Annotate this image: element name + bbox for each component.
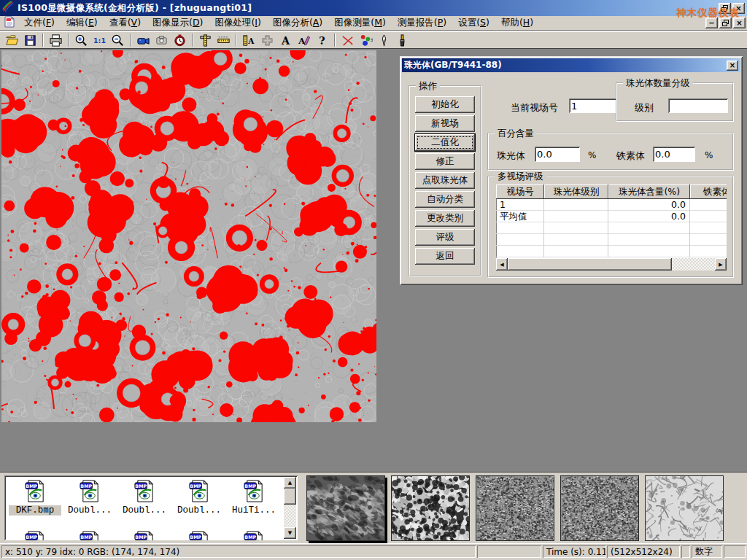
rating-table-header: 视场号珠光体级别珠光体含量(%)铁素体含量(%)	[496, 184, 727, 199]
menu-编辑e[interactable]: 编辑(E)	[61, 15, 104, 31]
scrollbar-track[interactable]	[672, 258, 715, 271]
scroll-right-button[interactable]: ▶	[715, 258, 727, 271]
timer-clock-button[interactable]	[171, 32, 189, 48]
op-button-自动分类[interactable]: 自动分类	[415, 191, 475, 208]
pen-tool-button[interactable]	[375, 32, 393, 48]
table-row[interactable]: 平均值0.0	[496, 211, 727, 222]
current-field-input[interactable]	[569, 98, 617, 113]
snapshot-camera-button[interactable]	[152, 32, 171, 48]
svg-text:BMP: BMP	[244, 534, 256, 540]
file-item-HuiTi[interactable]: BMPHuiTi...	[228, 480, 280, 516]
text-annotation-button[interactable]: A	[276, 32, 295, 48]
op-button-返回[interactable]: 返回	[415, 248, 475, 265]
class-balls-button[interactable]: 3	[357, 32, 375, 48]
thumbnail-4[interactable]	[560, 475, 639, 541]
menu-图像测量m[interactable]: 图像测量(M)	[328, 15, 392, 31]
mdi-restore-button[interactable]	[719, 18, 732, 28]
scroll-left-button[interactable]: ◀	[496, 258, 508, 271]
thumbnail-5[interactable]	[645, 475, 724, 541]
menu-测量报告p[interactable]: 测量报告(P)	[392, 15, 452, 31]
thumbnail-1[interactable]	[306, 475, 385, 541]
brush-tool-button[interactable]	[393, 32, 411, 48]
rating-table[interactable]: 视场号珠光体级别珠光体含量(%)铁素体含量(%) 10.0平均值0.0 ◀ ▶	[496, 184, 727, 271]
file-item-partial[interactable]: BMP	[63, 531, 116, 540]
file-name: Doubl...	[173, 505, 225, 516]
op-button-更改类别[interactable]: 更改类别	[415, 210, 475, 227]
column-header[interactable]: 铁素体含量(%)	[690, 184, 727, 199]
file-item-partial[interactable]: BMP	[9, 531, 61, 540]
one-to-one-button[interactable]: 1:1	[90, 32, 109, 48]
menu-图像分析a[interactable]: 图像分析(A)	[267, 15, 328, 31]
column-header[interactable]: 珠光体含量(%)	[608, 184, 690, 199]
main-image-canvas[interactable]	[1, 50, 376, 422]
op-button-新视场[interactable]: 新视场	[415, 115, 475, 132]
file-item-partial[interactable]: BMP	[173, 531, 225, 540]
rating-table-body: 10.0平均值0.0	[496, 199, 727, 257]
svg-text:BMP: BMP	[80, 534, 92, 540]
save-button[interactable]	[21, 32, 39, 48]
zoom-out-icon	[111, 34, 125, 47]
zoom-in-icon	[74, 34, 88, 47]
table-cell	[690, 246, 727, 257]
op-button-二值化[interactable]: 二值化	[415, 134, 475, 151]
pearlite-percent-input[interactable]	[535, 147, 580, 162]
thumbnail-3[interactable]	[476, 475, 554, 541]
table-cell	[608, 222, 690, 234]
scrollbar-thumb[interactable]	[508, 258, 672, 271]
table-row[interactable]	[496, 234, 727, 246]
help-button[interactable]: ?	[313, 32, 331, 48]
file-list[interactable]: ▲ ▼ BMPDKF.bmpBMPDoubl...BMPDoubl...BMPD…	[4, 475, 298, 540]
menu-图像显示d[interactable]: 图像显示(D)	[147, 15, 209, 31]
svg-text:A: A	[298, 36, 305, 46]
menu-查看v[interactable]: 查看(V)	[104, 15, 147, 31]
file-item-Doubl[interactable]: BMPDoubl...	[63, 480, 116, 516]
ferrite-percent-input[interactable]	[653, 147, 695, 162]
measure-label-button[interactable]: A	[240, 32, 258, 48]
column-header[interactable]: 视场号	[496, 184, 544, 199]
grid-cross-button[interactable]	[258, 32, 276, 48]
file-item-partial[interactable]: BMP	[228, 531, 280, 540]
column-header[interactable]: 珠光体级别	[544, 184, 608, 199]
scroll-down-button[interactable]: ▼	[284, 527, 296, 539]
menu-图像处理i[interactable]: 图像处理(I)	[209, 15, 266, 31]
file-item-Doubl[interactable]: BMPDoubl...	[118, 480, 171, 516]
op-button-修正[interactable]: 修正	[415, 153, 475, 170]
window-close-button[interactable]: ×	[732, 3, 745, 14]
table-horizontal-scrollbar[interactable]: ◀ ▶	[496, 258, 727, 271]
video-camera-button[interactable]	[134, 32, 152, 48]
multifield-group-label: 多视场评级	[495, 171, 546, 183]
table-cell: 0.0	[608, 199, 690, 211]
menu-设置s[interactable]: 设置(S)	[452, 15, 495, 31]
op-button-评级[interactable]: 评级	[415, 229, 475, 246]
table-row[interactable]	[496, 246, 727, 257]
file-item-Doubl[interactable]: BMPDoubl...	[173, 480, 225, 516]
grade-level-input[interactable]	[668, 98, 728, 113]
document-icon[interactable]	[4, 16, 15, 31]
scroll-up-button[interactable]: ▲	[284, 477, 296, 489]
op-button-初始化[interactable]: 初始化	[415, 96, 475, 113]
zoom-in-button[interactable]	[72, 32, 90, 48]
table-row[interactable]: 10.0	[496, 199, 727, 211]
bmp-file-icon: BMP	[63, 480, 116, 505]
print-button[interactable]	[47, 32, 65, 48]
edit-annotation-button[interactable]: A	[295, 32, 313, 48]
window-restore-button[interactable]	[719, 3, 731, 14]
bmp-file-icon: BMP	[9, 480, 61, 505]
op-button-点取珠光体[interactable]: 点取珠光体	[415, 172, 475, 189]
menu-帮助h[interactable]: 帮助(H)	[495, 15, 539, 31]
caliper-button[interactable]	[196, 32, 214, 48]
dialog-close-button[interactable]: ×	[727, 61, 738, 71]
ruler-button[interactable]	[214, 32, 233, 48]
mdi-close-button[interactable]: ×	[733, 18, 746, 28]
menu-文件f[interactable]: 文件(F)	[18, 15, 61, 31]
file-item-DKFbmp[interactable]: BMPDKF.bmp	[9, 480, 61, 516]
file-item-partial[interactable]: BMP	[118, 531, 171, 540]
zoom-out-button[interactable]	[109, 32, 127, 48]
mdi-minimize-button[interactable]: −	[705, 18, 718, 28]
open-file-button[interactable]	[3, 32, 21, 48]
curve-tool-button[interactable]	[338, 32, 357, 48]
scrollbar-thumb[interactable]	[284, 489, 296, 505]
table-row[interactable]	[496, 222, 727, 234]
thumbnail-2[interactable]	[391, 475, 470, 541]
file-list-scrollbar[interactable]: ▲ ▼	[284, 477, 296, 539]
